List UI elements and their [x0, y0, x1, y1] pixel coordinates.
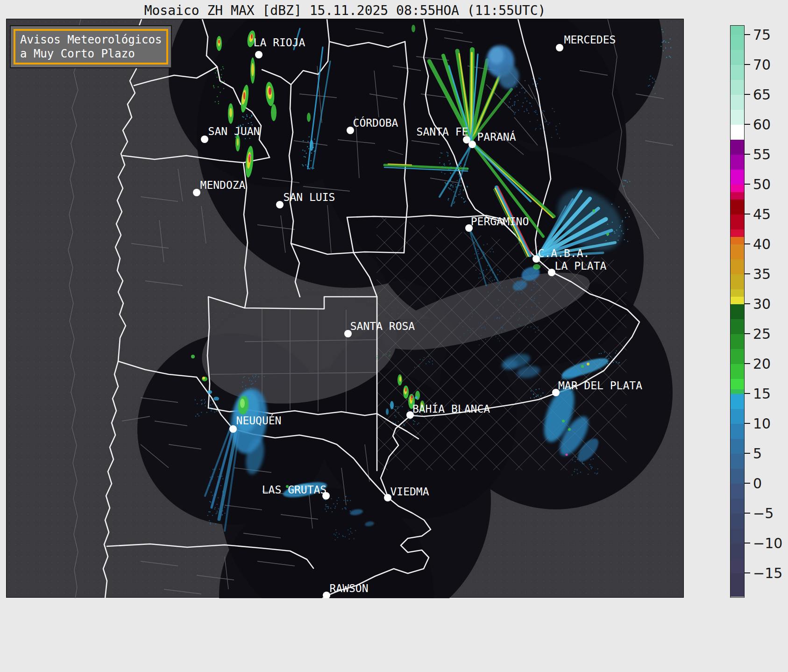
- radar-echo-cell: [411, 395, 413, 398]
- radar-echo-cell: [581, 365, 584, 368]
- colorbar-band: [731, 110, 744, 125]
- radar-echo-cell: [271, 104, 277, 121]
- city-label: MERCEDES: [564, 34, 616, 46]
- city-label: C.A.B.A.: [538, 247, 590, 259]
- colorbar-tick-label: 35: [753, 266, 771, 282]
- city-label: RAWSON: [329, 582, 368, 594]
- colorbar-tick-label: 0: [753, 475, 762, 492]
- colorbar-band: [731, 125, 744, 140]
- map-canvas: LA RIOJAMERCEDESSAN JUANCÓRDOBASANTA FEP…: [7, 19, 684, 598]
- radar-echo-cell: [592, 209, 595, 212]
- warning-box-inner: Avisos Meteorológicos a Muy Corto Plazo: [14, 29, 168, 64]
- city-marker: [548, 269, 555, 276]
- radar-map: LA RIOJAMERCEDESSAN JUANCÓRDOBASANTA FEP…: [6, 19, 684, 598]
- colorbar-band: [731, 409, 744, 424]
- colorbar-band: [731, 259, 744, 274]
- colorbar-band: [731, 244, 744, 259]
- city-label: NEUQUÉN: [236, 414, 282, 427]
- radar-echo-cell: [191, 355, 195, 358]
- colorbar-band: [731, 214, 744, 229]
- radar-echo-cell: [405, 388, 407, 392]
- radar-echo-cell: [412, 25, 415, 32]
- radar-echo-cell: [399, 376, 401, 382]
- radar-echo-cell: [533, 264, 540, 270]
- radar-echo-speckle: [624, 180, 630, 186]
- colorbar-tick-label: 10: [753, 415, 771, 432]
- city-label: CÓRDOBA: [353, 116, 398, 129]
- radar-product-page: Mosaico ZH MAX [dBZ] 15.11.2025 08:55HOA…: [0, 0, 788, 672]
- colorbar-band: [731, 35, 744, 50]
- colorbar-band: [731, 95, 744, 110]
- colorbar-tick: [745, 34, 750, 35]
- footer-logos: Servicio Meteorológico Nacional Argentin…: [0, 603, 788, 672]
- city-label: SAN LUIS: [284, 191, 335, 203]
- city-label: VIEDMA: [390, 486, 429, 498]
- radar-echo-cell: [566, 454, 568, 456]
- colorbar-band: [731, 170, 744, 185]
- colorbar-band: [731, 26, 744, 36]
- colorbar-tick: [745, 243, 750, 244]
- colorbar-band: [731, 573, 744, 597]
- colorbar-tick-label: 5: [753, 445, 762, 462]
- colorbar-tick-label: −10: [753, 535, 782, 551]
- colorbar-band: [731, 200, 744, 214]
- colorbar-tick: [745, 513, 750, 514]
- colorbar-band: [731, 514, 744, 529]
- colorbar-band: [731, 454, 744, 469]
- radar-echo-cell: [229, 108, 232, 117]
- radar-echo-cell: [251, 34, 253, 39]
- colorbar: [730, 25, 745, 598]
- colorbar-band: [731, 140, 744, 155]
- colorbar-tick-label: 75: [753, 27, 771, 43]
- radar-echo-cell: [498, 64, 519, 89]
- radar-echo-cell: [249, 154, 251, 157]
- city-label: BAHÍA BLANCA: [412, 402, 490, 415]
- colorbar-band: [731, 80, 744, 95]
- colorbar-tick-label: 70: [753, 57, 771, 73]
- colorbar-tick-label: 60: [753, 116, 771, 133]
- radar-echo-cell: [489, 47, 504, 64]
- radar-echo-cell: [415, 396, 418, 399]
- colorbar-tick-label: 45: [753, 206, 771, 222]
- radar-echo-cell: [269, 87, 271, 95]
- colorbar-tick-label: −15: [753, 565, 782, 581]
- radar-echo-cell: [202, 377, 205, 379]
- colorbar-band: [731, 297, 744, 304]
- colorbar-tick: [745, 333, 750, 334]
- colorbar-tick: [745, 453, 750, 454]
- colorbar-band: [731, 289, 744, 297]
- city-label: LA PLATA: [555, 260, 607, 272]
- colorbar-tick: [745, 273, 750, 274]
- colorbar-band: [731, 274, 744, 289]
- radar-echo-cell: [218, 40, 220, 43]
- city-label: PERGAMINO: [471, 215, 529, 228]
- colorbar-band: [731, 394, 744, 409]
- city-label: SANTA FE: [417, 126, 469, 138]
- colorbar-band: [731, 192, 744, 200]
- colorbar-tick: [745, 124, 750, 125]
- colorbar-band: [731, 229, 744, 237]
- city-label: SAN JUAN: [208, 125, 260, 137]
- colorbar-band: [731, 185, 744, 192]
- warning-line-2: a Muy Corto Plazo: [20, 47, 162, 61]
- colorbar-band: [731, 543, 744, 558]
- radar-echo-cell: [307, 113, 311, 122]
- city-label: SANTA ROSA: [350, 320, 415, 332]
- colorbar-tick-label: 25: [753, 326, 771, 342]
- colorbar-tick-label: −5: [753, 505, 774, 522]
- radar-echo-cell: [251, 63, 254, 76]
- colorbar-band: [731, 65, 744, 80]
- radar-echo-cell: [562, 420, 565, 422]
- colorbar-tick-label: 50: [753, 176, 771, 193]
- city-label: LAS GRUTAS: [262, 484, 327, 496]
- colorbar-tick: [745, 363, 750, 364]
- colorbar-tick: [745, 572, 750, 573]
- city-label: PARANÁ: [477, 130, 516, 143]
- colorbar-tick-label: 55: [753, 146, 771, 163]
- radar-coverage-circles: [137, 19, 673, 598]
- colorbar-band: [731, 439, 744, 454]
- colorbar-tick: [745, 154, 750, 155]
- city-label: MENDOZA: [200, 179, 246, 191]
- warning-box[interactable]: Avisos Meteorológicos a Muy Corto Plazo: [10, 25, 172, 68]
- colorbar-tick-label: 15: [753, 386, 771, 402]
